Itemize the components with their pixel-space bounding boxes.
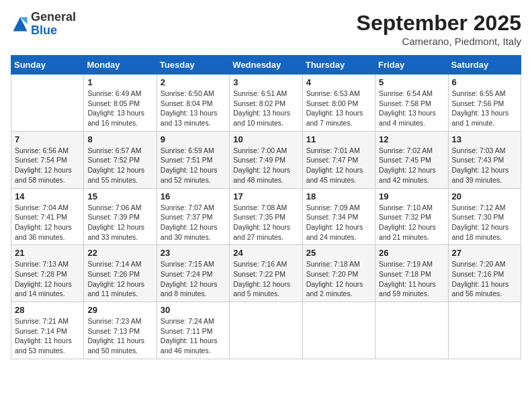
day-info: Sunrise: 7:01 AMSunset: 7:47 PMDaylight:… (306, 146, 371, 185)
calendar-day: 9Sunrise: 6:59 AMSunset: 7:51 PMDaylight… (157, 131, 229, 188)
calendar-day: 21Sunrise: 7:13 AMSunset: 7:28 PMDayligh… (11, 245, 84, 302)
day-number: 17 (233, 191, 298, 201)
calendar-day: 15Sunrise: 7:06 AMSunset: 7:39 PMDayligh… (84, 188, 157, 245)
calendar-week-3: 21Sunrise: 7:13 AMSunset: 7:28 PMDayligh… (11, 245, 521, 302)
calendar-week-2: 14Sunrise: 7:04 AMSunset: 7:41 PMDayligh… (11, 188, 521, 245)
title-block: September 2025 Camerano, Piedmont, Italy (357, 11, 521, 47)
calendar-day: 28Sunrise: 7:21 AMSunset: 7:14 PMDayligh… (11, 302, 84, 359)
calendar-day: 6Sunrise: 6:55 AMSunset: 7:56 PMDaylight… (448, 75, 521, 132)
calendar-day: 23Sunrise: 7:15 AMSunset: 7:24 PMDayligh… (157, 245, 229, 302)
day-info: Sunrise: 7:24 AMSunset: 7:11 PMDaylight:… (161, 316, 226, 356)
day-info: Sunrise: 6:54 AMSunset: 7:58 PMDaylight:… (379, 89, 444, 128)
day-number: 1 (87, 77, 152, 87)
day-info: Sunrise: 7:14 AMSunset: 7:26 PMDaylight:… (87, 259, 152, 299)
day-number: 10 (233, 134, 298, 144)
day-number: 4 (306, 77, 371, 87)
day-info: Sunrise: 7:00 AMSunset: 7:49 PMDaylight:… (233, 146, 298, 185)
day-info: Sunrise: 7:18 AMSunset: 7:20 PMDaylight:… (306, 259, 371, 299)
day-number: 26 (379, 248, 444, 258)
calendar-week-0: 1Sunrise: 6:49 AMSunset: 8:05 PMDaylight… (11, 75, 521, 132)
calendar-day: 13Sunrise: 7:03 AMSunset: 7:43 PMDayligh… (448, 131, 521, 188)
day-number: 27 (452, 248, 517, 258)
col-saturday: Saturday (448, 56, 521, 75)
col-monday: Monday (84, 56, 157, 75)
calendar-day: 12Sunrise: 7:02 AMSunset: 7:45 PMDayligh… (375, 131, 448, 188)
day-number: 3 (233, 77, 298, 87)
calendar-day: 24Sunrise: 7:16 AMSunset: 7:22 PMDayligh… (230, 245, 302, 302)
day-info: Sunrise: 6:50 AMSunset: 8:04 PMDaylight:… (161, 89, 226, 128)
col-friday: Friday (375, 56, 448, 75)
month-title: September 2025 (357, 11, 521, 36)
col-tuesday: Tuesday (157, 56, 229, 75)
day-number: 13 (452, 134, 517, 144)
calendar-day: 30Sunrise: 7:24 AMSunset: 7:11 PMDayligh… (157, 302, 229, 359)
calendar-day: 19Sunrise: 7:10 AMSunset: 7:32 PMDayligh… (375, 188, 448, 245)
logo-icon (11, 15, 30, 34)
calendar-day: 4Sunrise: 6:53 AMSunset: 8:00 PMDaylight… (302, 75, 375, 132)
day-number: 6 (452, 77, 517, 87)
logo: General Blue (11, 11, 76, 38)
day-number: 14 (15, 191, 80, 201)
calendar-day: 3Sunrise: 6:51 AMSunset: 8:02 PMDaylight… (230, 75, 302, 132)
day-number: 15 (87, 191, 152, 201)
day-number: 16 (161, 191, 226, 201)
day-info: Sunrise: 7:20 AMSunset: 7:16 PMDaylight:… (452, 259, 517, 299)
day-info: Sunrise: 7:10 AMSunset: 7:32 PMDaylight:… (379, 203, 444, 242)
calendar-day: 29Sunrise: 7:23 AMSunset: 7:13 PMDayligh… (84, 302, 157, 359)
calendar-day: 10Sunrise: 7:00 AMSunset: 7:49 PMDayligh… (230, 131, 302, 188)
calendar-day: 1Sunrise: 6:49 AMSunset: 8:05 PMDaylight… (84, 75, 157, 132)
logo-text: General Blue (31, 11, 76, 38)
day-info: Sunrise: 7:13 AMSunset: 7:28 PMDaylight:… (15, 259, 80, 299)
day-info: Sunrise: 7:08 AMSunset: 7:35 PMDaylight:… (233, 203, 298, 242)
day-number: 11 (306, 134, 371, 144)
day-info: Sunrise: 7:06 AMSunset: 7:39 PMDaylight:… (87, 203, 152, 242)
calendar-day (375, 302, 448, 359)
location: Camerano, Piedmont, Italy (357, 36, 521, 47)
day-info: Sunrise: 6:59 AMSunset: 7:51 PMDaylight:… (161, 146, 226, 185)
logo-general: General (31, 11, 76, 24)
calendar-table: Sunday Monday Tuesday Wednesday Thursday… (11, 55, 521, 359)
day-number: 19 (379, 191, 444, 201)
day-info: Sunrise: 6:53 AMSunset: 8:00 PMDaylight:… (306, 89, 371, 128)
day-info: Sunrise: 6:51 AMSunset: 8:02 PMDaylight:… (233, 89, 298, 128)
day-number: 22 (87, 248, 152, 258)
day-info: Sunrise: 7:07 AMSunset: 7:37 PMDaylight:… (161, 203, 226, 242)
header-row: Sunday Monday Tuesday Wednesday Thursday… (11, 56, 521, 75)
day-number: 24 (233, 248, 298, 258)
day-info: Sunrise: 7:16 AMSunset: 7:22 PMDaylight:… (233, 259, 298, 299)
calendar-day (448, 302, 521, 359)
day-info: Sunrise: 6:56 AMSunset: 7:54 PMDaylight:… (15, 146, 80, 185)
col-sunday: Sunday (11, 56, 84, 75)
day-number: 5 (379, 77, 444, 87)
calendar-day: 17Sunrise: 7:08 AMSunset: 7:35 PMDayligh… (230, 188, 302, 245)
calendar-day: 16Sunrise: 7:07 AMSunset: 7:37 PMDayligh… (157, 188, 229, 245)
calendar-day: 11Sunrise: 7:01 AMSunset: 7:47 PMDayligh… (302, 131, 375, 188)
calendar-week-1: 7Sunrise: 6:56 AMSunset: 7:54 PMDaylight… (11, 131, 521, 188)
day-number: 20 (452, 191, 517, 201)
calendar-day: 18Sunrise: 7:09 AMSunset: 7:34 PMDayligh… (302, 188, 375, 245)
calendar-day: 25Sunrise: 7:18 AMSunset: 7:20 PMDayligh… (302, 245, 375, 302)
day-info: Sunrise: 7:19 AMSunset: 7:18 PMDaylight:… (379, 259, 444, 299)
logo-blue: Blue (31, 24, 76, 38)
day-number: 30 (161, 305, 226, 315)
day-info: Sunrise: 7:09 AMSunset: 7:34 PMDaylight:… (306, 203, 371, 242)
calendar-day: 20Sunrise: 7:12 AMSunset: 7:30 PMDayligh… (448, 188, 521, 245)
day-number: 2 (161, 77, 226, 87)
day-number: 8 (87, 134, 152, 144)
day-number: 7 (15, 134, 80, 144)
day-info: Sunrise: 7:12 AMSunset: 7:30 PMDaylight:… (452, 203, 517, 242)
day-number: 29 (87, 305, 152, 315)
day-info: Sunrise: 6:49 AMSunset: 8:05 PMDaylight:… (87, 89, 152, 128)
day-number: 12 (379, 134, 444, 144)
calendar-day: 22Sunrise: 7:14 AMSunset: 7:26 PMDayligh… (84, 245, 157, 302)
day-info: Sunrise: 7:04 AMSunset: 7:41 PMDaylight:… (15, 203, 80, 242)
page-header: General Blue September 2025 Camerano, Pi… (11, 11, 521, 47)
calendar-day: 7Sunrise: 6:56 AMSunset: 7:54 PMDaylight… (11, 131, 84, 188)
calendar-day: 27Sunrise: 7:20 AMSunset: 7:16 PMDayligh… (448, 245, 521, 302)
day-number: 9 (161, 134, 226, 144)
day-number: 18 (306, 191, 371, 201)
calendar-day: 26Sunrise: 7:19 AMSunset: 7:18 PMDayligh… (375, 245, 448, 302)
col-wednesday: Wednesday (230, 56, 302, 75)
calendar-day (302, 302, 375, 359)
calendar-day: 14Sunrise: 7:04 AMSunset: 7:41 PMDayligh… (11, 188, 84, 245)
